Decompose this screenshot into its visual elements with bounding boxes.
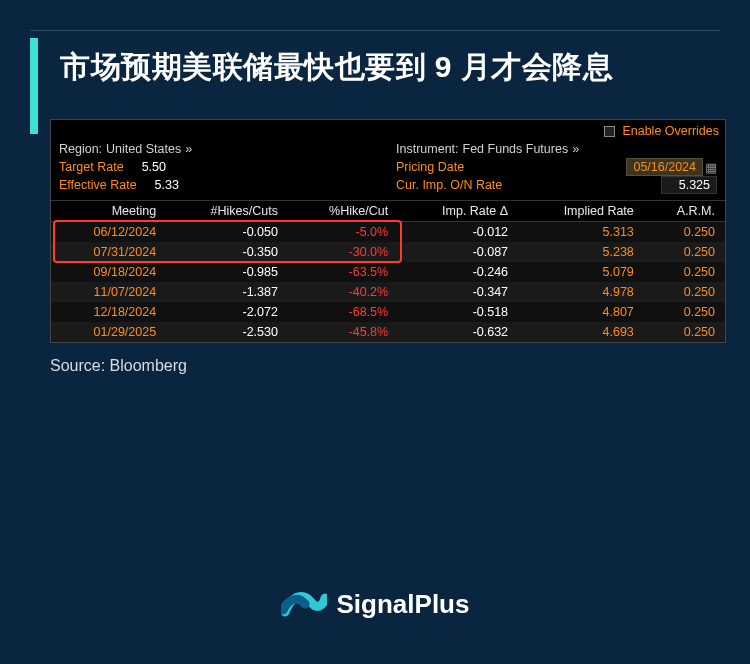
cur-imp-value: 5.325 xyxy=(661,176,717,194)
cell-delta: -0.246 xyxy=(398,262,518,282)
table-row: 12/18/2024-2.072-68.5%-0.5184.8070.250 xyxy=(51,302,725,322)
col-hikes: #Hikes/Cuts xyxy=(166,201,288,222)
region-label: Region: xyxy=(59,142,102,156)
col-meeting: Meeting xyxy=(51,201,166,222)
cell-hikes: -0.050 xyxy=(166,222,288,243)
table-row: 09/18/2024-0.985-63.5%-0.2465.0790.250 xyxy=(51,262,725,282)
cell-implied: 5.238 xyxy=(518,242,644,262)
region-row: Region: United States » xyxy=(59,140,380,158)
table-row: 11/07/2024-1.387-40.2%-0.3474.9780.250 xyxy=(51,282,725,302)
cell-pct: -5.0% xyxy=(288,222,398,243)
cell-hikes: -0.985 xyxy=(166,262,288,282)
source-label: Source: Bloomberg xyxy=(50,357,720,375)
cell-implied: 4.693 xyxy=(518,322,644,342)
cell-hikes: -2.530 xyxy=(166,322,288,342)
cell-implied: 4.978 xyxy=(518,282,644,302)
brand-name: SignalPlus xyxy=(337,589,470,620)
calendar-icon[interactable]: ▦ xyxy=(705,160,717,175)
terminal-panel: Enable Overrides Region: United States »… xyxy=(50,119,726,343)
page-title: 市场预期美联储最快也要到 9 月才会降息 xyxy=(60,44,720,89)
accent-bar xyxy=(30,38,38,134)
instrument-value[interactable]: Fed Funds Futures xyxy=(463,142,569,156)
cell-hikes: -2.072 xyxy=(166,302,288,322)
cell-delta: -0.087 xyxy=(398,242,518,262)
effective-rate-value: 5.33 xyxy=(155,178,179,192)
target-rate-label: Target Rate xyxy=(59,160,124,174)
brand-footer: SignalPlus xyxy=(0,586,750,622)
cell-arm: 0.250 xyxy=(644,222,725,243)
checkbox-icon[interactable] xyxy=(604,126,615,137)
cell-meeting: 07/31/2024 xyxy=(51,242,166,262)
cell-meeting: 11/07/2024 xyxy=(51,282,166,302)
col-arm: A.R.M. xyxy=(644,201,725,222)
cell-implied: 4.807 xyxy=(518,302,644,322)
cell-delta: -0.518 xyxy=(398,302,518,322)
table-row: 01/29/2025-2.530-45.8%-0.6324.6930.250 xyxy=(51,322,725,342)
brand-logo-icon xyxy=(281,586,327,622)
cell-implied: 5.079 xyxy=(518,262,644,282)
table-row: 07/31/2024-0.350-30.0%-0.0875.2380.250 xyxy=(51,242,725,262)
cell-meeting: 06/12/2024 xyxy=(51,222,166,243)
cell-pct: -45.8% xyxy=(288,322,398,342)
dropdown-arrow-icon[interactable]: » xyxy=(572,142,579,156)
pricing-date-value[interactable]: 05/16/2024 xyxy=(626,158,703,176)
cell-arm: 0.250 xyxy=(644,322,725,342)
cell-arm: 0.250 xyxy=(644,282,725,302)
cell-delta: -0.012 xyxy=(398,222,518,243)
cell-hikes: -1.387 xyxy=(166,282,288,302)
cur-imp-rate-row: Cur. Imp. O/N Rate 5.325 xyxy=(396,176,717,194)
cell-arm: 0.250 xyxy=(644,262,725,282)
cell-delta: -0.347 xyxy=(398,282,518,302)
col-pct: %Hike/Cut xyxy=(288,201,398,222)
cell-pct: -30.0% xyxy=(288,242,398,262)
dropdown-arrow-icon[interactable]: » xyxy=(185,142,192,156)
target-rate-row: Target Rate 5.50 xyxy=(59,158,380,176)
table-row: 06/12/2024-0.050-5.0%-0.0125.3130.250 xyxy=(51,222,725,243)
cell-arm: 0.250 xyxy=(644,302,725,322)
cell-meeting: 01/29/2025 xyxy=(51,322,166,342)
cell-meeting: 09/18/2024 xyxy=(51,262,166,282)
table-header-row: Meeting #Hikes/Cuts %Hike/Cut Imp. Rate … xyxy=(51,201,725,222)
cell-delta: -0.632 xyxy=(398,322,518,342)
pricing-date-label: Pricing Date xyxy=(396,160,464,174)
effective-rate-label: Effective Rate xyxy=(59,178,137,192)
cell-pct: -63.5% xyxy=(288,262,398,282)
instrument-row: Instrument: Fed Funds Futures » xyxy=(396,140,717,158)
col-implied: Implied Rate xyxy=(518,201,644,222)
cell-pct: -68.5% xyxy=(288,302,398,322)
cell-pct: -40.2% xyxy=(288,282,398,302)
fed-table: Meeting #Hikes/Cuts %Hike/Cut Imp. Rate … xyxy=(51,200,725,342)
region-value[interactable]: United States xyxy=(106,142,181,156)
cur-imp-label: Cur. Imp. O/N Rate xyxy=(396,178,502,192)
effective-rate-row: Effective Rate 5.33 xyxy=(59,176,380,194)
target-rate-value: 5.50 xyxy=(142,160,166,174)
instrument-label: Instrument: xyxy=(396,142,459,156)
cell-arm: 0.250 xyxy=(644,242,725,262)
pricing-date-row: Pricing Date 05/16/2024 ▦ xyxy=(396,158,717,176)
cell-hikes: -0.350 xyxy=(166,242,288,262)
col-delta: Imp. Rate Δ xyxy=(398,201,518,222)
cell-implied: 5.313 xyxy=(518,222,644,243)
enable-overrides-row: Enable Overrides xyxy=(51,120,725,140)
enable-overrides-label: Enable Overrides xyxy=(622,124,719,138)
cell-meeting: 12/18/2024 xyxy=(51,302,166,322)
accent-divider xyxy=(30,30,720,36)
